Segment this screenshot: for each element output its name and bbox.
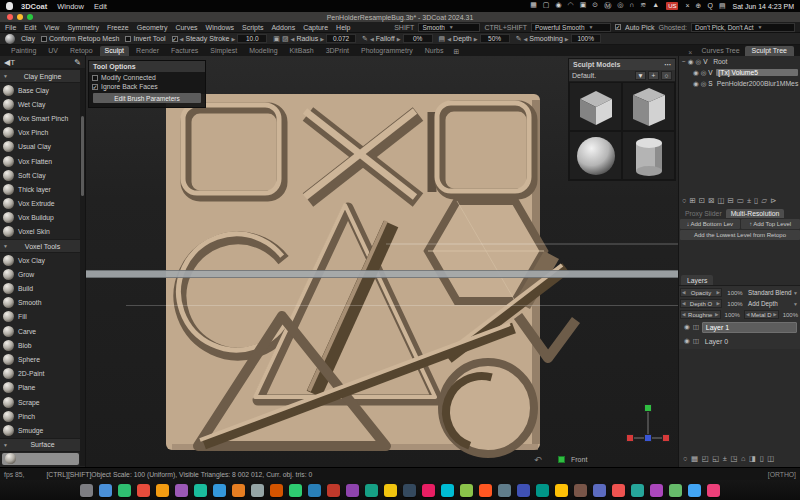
- conform-retopo-toggle[interactable]: Conform Retopo Mesh: [41, 35, 119, 42]
- sidebar-tool-item[interactable]: Plane: [0, 381, 85, 395]
- roughness-slider[interactable]: ◀Roughne▶: [680, 310, 721, 319]
- axis-x-pos-cube[interactable]: [662, 434, 670, 442]
- panel-tool-icon[interactable]: ◰: [702, 454, 709, 463]
- dock-app-icon[interactable]: [631, 484, 644, 497]
- pen-pressure-alt-icon[interactable]: ▨: [282, 35, 289, 43]
- model-thumb-sphere[interactable]: [569, 131, 622, 180]
- panel-tool-icon[interactable]: ▯: [760, 454, 764, 463]
- panel-tool-icon[interactable]: ⊡: [699, 196, 705, 205]
- dock-app-icon[interactable]: [517, 484, 530, 497]
- room-tab-uv[interactable]: UV: [43, 46, 63, 56]
- axis-y-cube[interactable]: [644, 404, 652, 412]
- panel-tool-icon[interactable]: ◱: [712, 454, 719, 463]
- dock-app-icon[interactable]: [460, 484, 473, 497]
- dock-app-icon[interactable]: [650, 484, 663, 497]
- tab-sculpt-tree[interactable]: Sculpt Tree: [745, 46, 794, 56]
- room-tab-nurbs[interactable]: Nurbs: [420, 46, 449, 56]
- collapse-icon[interactable]: ◀T: [4, 58, 15, 67]
- dock-app-icon[interactable]: [232, 484, 245, 497]
- sidebar-tool-item[interactable]: Carve: [0, 324, 85, 338]
- panel-tool-icon[interactable]: ±: [747, 196, 751, 205]
- dock-app-icon[interactable]: [612, 484, 625, 497]
- panel-tool-icon[interactable]: ⊟: [728, 196, 734, 205]
- sidebar-section-header[interactable]: ▼Voxel Tools: [0, 239, 85, 253]
- decrement-icon[interactable]: ◀: [370, 36, 374, 42]
- add-top-level-button[interactable]: ↑ Add Top Level: [741, 219, 800, 229]
- increment-icon[interactable]: ▶: [231, 36, 235, 42]
- preset-name[interactable]: Default.: [572, 72, 596, 79]
- menubar-status-icon[interactable]: ◉: [555, 1, 561, 11]
- panel-tool-icon[interactable]: ⊠: [708, 196, 714, 205]
- sidebar-section-header[interactable]: ▼Surface: [0, 438, 85, 452]
- dock-app-icon[interactable]: [194, 484, 207, 497]
- tree-item-label[interactable]: Root: [711, 58, 729, 65]
- close-icon[interactable]: ×: [688, 49, 692, 56]
- room-tab-photogrammetry[interactable]: Photogrammetry: [356, 46, 418, 56]
- sidebar-tool-item[interactable]: Wet Clay: [0, 97, 85, 111]
- metal-slider[interactable]: ◀Metal D▶: [744, 310, 779, 319]
- pen-pressure-icon[interactable]: ▣: [273, 35, 280, 43]
- layer-row[interactable]: ◉◫Layer 1: [680, 320, 800, 334]
- steady-stroke-value[interactable]: 10.0: [237, 34, 267, 43]
- menubar-status-icon[interactable]: ≋: [640, 1, 646, 11]
- eye-icon[interactable]: ◉: [684, 337, 690, 345]
- ignore-back-faces-toggle[interactable]: ✓ Ignore Back Faces: [89, 81, 205, 90]
- tab-curves-tree[interactable]: Curves Tree: [696, 46, 744, 56]
- input-language-badge[interactable]: US: [666, 2, 678, 10]
- radius-value[interactable]: 0.072: [326, 34, 356, 43]
- menu-item-help[interactable]: Help: [336, 24, 350, 31]
- panel-tool-icon[interactable]: ◳: [730, 454, 737, 463]
- decrement-icon[interactable]: ◀: [524, 36, 528, 42]
- menubar-status-icon[interactable]: ▢: [543, 1, 550, 11]
- menu-item-capture[interactable]: Capture: [303, 24, 328, 31]
- scrollbar-thumb[interactable]: [81, 116, 84, 196]
- edit-brush-parameters-button[interactable]: Edit Brush Parameters: [93, 93, 201, 103]
- eye-icon[interactable]: ◉: [693, 80, 699, 88]
- sidebar-tool-item[interactable]: Vox Smart Pinch: [0, 111, 85, 125]
- undo-icon[interactable]: ↶: [534, 455, 542, 465]
- sidebar-tool-item[interactable]: Grow: [0, 267, 85, 281]
- sidebar-tool-item[interactable]: Soft Clay: [0, 168, 85, 182]
- menu-item-addons[interactable]: Addons: [271, 24, 295, 31]
- menubar-status-icon[interactable]: ▦: [530, 1, 537, 11]
- menu-item-view[interactable]: View: [44, 24, 59, 31]
- add-lowest-level-button[interactable]: Add the Lowest Level from Retopo: [680, 230, 800, 240]
- dock-app-icon[interactable]: [498, 484, 511, 497]
- dock-app-icon[interactable]: [213, 484, 226, 497]
- increment-icon[interactable]: ▶: [565, 36, 569, 42]
- dock-app-icon[interactable]: [346, 484, 359, 497]
- modify-connected-toggle[interactable]: Modify Connected: [89, 72, 205, 81]
- dock-app-icon[interactable]: [137, 484, 150, 497]
- menu-item-edit[interactable]: Edit: [24, 24, 36, 31]
- depth-value[interactable]: 50%: [480, 34, 510, 43]
- eye-icon[interactable]: ◉: [684, 323, 690, 331]
- steady-stroke-control[interactable]: ✓ ◀ Steady Stroke ▶ 10.0: [172, 34, 268, 43]
- tree-row[interactable]: ◉◎V[Tx] Volume5: [679, 67, 800, 78]
- dock-app-icon[interactable]: [270, 484, 283, 497]
- smoothing-value[interactable]: 100%: [571, 34, 601, 43]
- add-bottom-level-button[interactable]: ↓ Add Bottom Lev: [680, 219, 740, 229]
- apple-icon[interactable]: [6, 2, 13, 10]
- shift-smooth-select[interactable]: Smooth ▼: [418, 23, 480, 32]
- tree-row[interactable]: ◉◎SPenHolder2000Blur1MMes: [679, 78, 800, 89]
- falloff-control[interactable]: ✎ ◀ Falloff ▶ 0%: [362, 34, 433, 43]
- viewport-3d[interactable]: Tool Options Modify Connected ✓ Ignore B…: [86, 56, 678, 467]
- menubar-status-icon[interactable]: ▲: [652, 1, 659, 11]
- sidebar-tool-item[interactable]: Sphere: [0, 352, 85, 366]
- room-tab-kitbash[interactable]: KitBash: [285, 46, 319, 56]
- sidebar-tool-item[interactable]: Vox Pinch: [0, 126, 85, 140]
- dock-app-icon[interactable]: [536, 484, 549, 497]
- panel-tool-icon[interactable]: ▦: [691, 454, 698, 463]
- eye-icon[interactable]: ◉: [693, 69, 699, 77]
- sidebar-section-header[interactable]: ▼Clay Engine: [0, 69, 85, 83]
- pen-icon[interactable]: ✎: [516, 35, 522, 43]
- dock-app-icon[interactable]: [688, 484, 701, 497]
- layer-lock-icon[interactable]: ◫: [693, 337, 699, 345]
- increment-icon[interactable]: ▶: [397, 36, 401, 42]
- dock-app-icon[interactable]: [365, 484, 378, 497]
- chevron-down-icon[interactable]: ▼: [635, 71, 646, 80]
- metal-value[interactable]: 100%: [781, 310, 800, 319]
- dock-app-icon[interactable]: [593, 484, 606, 497]
- opacity-value[interactable]: 100%: [724, 288, 746, 297]
- sidebar-tool-item[interactable]: Vox Flatten: [0, 154, 85, 168]
